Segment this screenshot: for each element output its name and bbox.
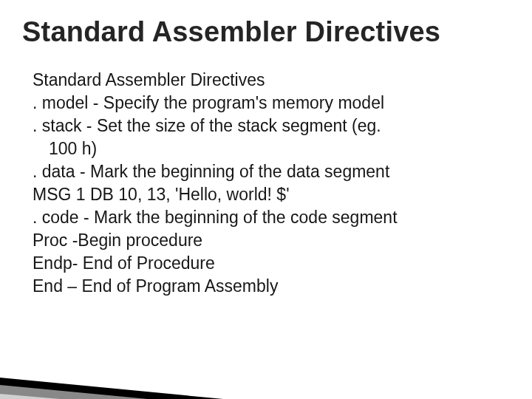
svg-marker-2 <box>0 393 229 399</box>
body-line-wrap: 100 h) <box>33 137 510 160</box>
slide-body: Standard Assembler Directives . model - … <box>22 69 510 298</box>
body-line: Standard Assembler Directives <box>33 69 510 92</box>
body-line: . code - Mark the beginning of the code … <box>33 206 510 229</box>
slide: Standard Assembler Directives Standard A… <box>0 0 532 399</box>
body-line: End – End of Program Assembly <box>33 275 510 298</box>
slide-title: Standard Assembler Directives <box>22 16 510 48</box>
body-line: . stack - Set the size of the stack segm… <box>33 115 510 137</box>
body-line: . model - Specify the program's memory m… <box>33 92 510 115</box>
body-line: Proc -Begin procedure <box>33 229 510 252</box>
svg-marker-0 <box>0 377 377 399</box>
body-line: MSG 1 DB 10, 13, 'Hello, world! $' <box>33 183 510 206</box>
body-line: . data - Mark the beginning of the data … <box>33 160 510 183</box>
corner-swoosh-icon <box>0 355 377 399</box>
body-line: Endp- End of Procedure <box>33 252 510 275</box>
svg-marker-1 <box>0 384 303 399</box>
